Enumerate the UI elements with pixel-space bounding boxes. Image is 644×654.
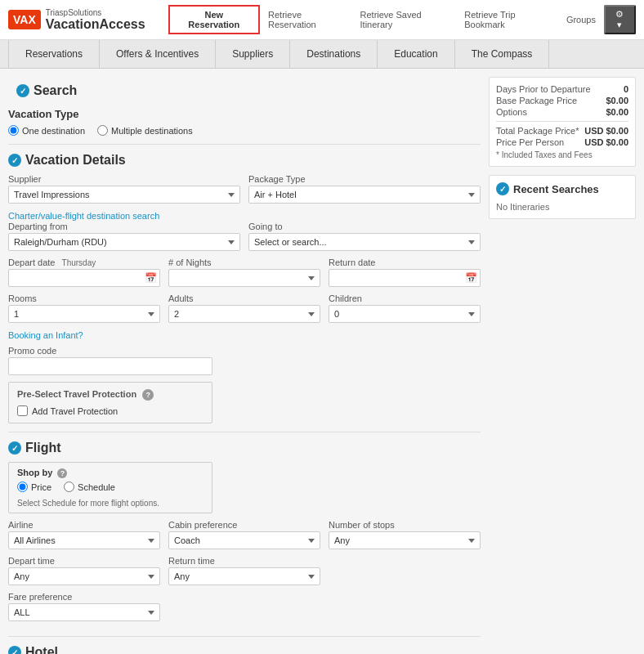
travel-protection-checkbox-input[interactable] xyxy=(17,405,28,416)
add-travel-protection-checkbox[interactable]: Add Travel Protection xyxy=(17,405,203,416)
airline-col: Airline All Airlines xyxy=(8,520,160,556)
supplier-group: Supplier Travel Impressions xyxy=(8,174,240,204)
one-destination-input[interactable] xyxy=(8,125,19,136)
booking-infant-link[interactable]: Booking an Infant? xyxy=(8,330,83,340)
total-label: Total Package Price* xyxy=(496,126,579,136)
children-select[interactable]: 0 xyxy=(329,305,481,323)
cabin-select[interactable]: Coach xyxy=(168,531,320,549)
days-prior-row: Days Prior to Departure 0 xyxy=(496,84,628,94)
nav-compass[interactable]: The Compass xyxy=(455,40,550,68)
vacation-details-title: ✓ Vacation Details xyxy=(8,153,481,168)
fare-pref-label: Fare preference xyxy=(8,592,160,602)
days-prior-value: 0 xyxy=(624,84,628,94)
travel-protection-box: Pre-Select Travel Protection ? Add Trave… xyxy=(8,382,212,423)
travel-protection-title: Pre-Select Travel Protection ? xyxy=(17,389,203,401)
stops-label: Number of stops xyxy=(329,520,481,530)
multiple-destinations-input[interactable] xyxy=(97,125,108,136)
fare-pref-select[interactable]: ALL xyxy=(8,603,160,621)
base-price-label: Base Package Price xyxy=(496,96,577,105)
retrieve-reservation-link[interactable]: Retrieve Reservation xyxy=(268,10,351,29)
children-group: Children 0 xyxy=(329,293,481,323)
price-radio-input[interactable] xyxy=(17,482,28,492)
airline-group: Airline All Airlines xyxy=(8,520,160,549)
total-value: USD $0.00 xyxy=(584,126,628,136)
adults-group: Adults 2 xyxy=(168,293,320,323)
nav-reservations[interactable]: Reservations xyxy=(8,40,100,68)
shop-by-box: Shop by ? Price Schedule Select Schedule… xyxy=(8,462,212,513)
divider-1 xyxy=(8,144,481,145)
nav-offers[interactable]: Offers & Incentives xyxy=(100,40,216,68)
retrieve-trip-bookmark-link[interactable]: Retrieve Trip Bookmark xyxy=(464,10,558,29)
thursday-badge: Thursday xyxy=(62,258,96,267)
vacation-type-group: One destination Multiple destinations xyxy=(8,125,481,136)
supplier-select[interactable]: Travel Impressions xyxy=(8,186,240,204)
nights-col: # of Nights xyxy=(168,258,320,293)
depart-date-input[interactable]: 22NOV18 xyxy=(8,269,160,287)
departing-from-group: Departing from Raleigh/Durham (RDU) xyxy=(8,222,240,251)
departing-from-label: Departing from xyxy=(8,222,240,231)
recent-searches-title: ✓ Recent Searches xyxy=(496,182,628,195)
nav-suppliers[interactable]: Suppliers xyxy=(216,40,290,68)
schedule-radio-input[interactable] xyxy=(64,482,74,492)
options-label: Options xyxy=(496,107,527,117)
package-type-group: Package Type Air + Hotel xyxy=(248,174,481,204)
charter-link[interactable]: Charter/value-flight destination search xyxy=(8,211,159,221)
base-price-row: Base Package Price $0.00 xyxy=(496,96,628,105)
depart-time-label: Depart time xyxy=(8,556,160,566)
stops-select[interactable]: Any xyxy=(329,531,481,549)
schedule-radio-label[interactable]: Schedule xyxy=(64,482,115,492)
nav-education[interactable]: Education xyxy=(378,40,454,68)
divider-3 xyxy=(8,636,481,637)
depart-time-select[interactable]: Any xyxy=(8,567,160,585)
package-type-col: Package Type Air + Hotel xyxy=(248,174,481,222)
return-time-select[interactable]: Any xyxy=(168,567,320,585)
flight-title: ✓ Flight xyxy=(8,441,481,455)
no-itineraries-text: No Itineraries xyxy=(496,202,628,212)
vacation-type-title: Vacation Type xyxy=(8,108,481,120)
vax-logo: VAX xyxy=(8,10,41,29)
hotel-title: ✓ Hotel xyxy=(8,645,481,654)
return-time-group: Return time Any xyxy=(168,556,320,585)
rooms-select[interactable]: 1 xyxy=(8,305,160,323)
total-row: Total Package Price* USD $0.00 xyxy=(496,126,628,136)
one-destination-radio[interactable]: One destination xyxy=(8,125,85,136)
package-type-select[interactable]: Air + Hotel xyxy=(248,186,481,204)
going-to-group: Going to Select or search... xyxy=(248,222,481,251)
adults-select[interactable]: 2 xyxy=(168,305,320,323)
multiple-destinations-radio[interactable]: Multiple destinations xyxy=(97,125,193,136)
going-to-label: Going to xyxy=(248,222,481,231)
groups-link[interactable]: Groups xyxy=(566,15,596,25)
nights-label: # of Nights xyxy=(168,258,320,267)
departing-from-select[interactable]: Raleigh/Durham (RDU) xyxy=(8,233,240,251)
going-to-select[interactable]: Select or search... xyxy=(248,233,481,251)
return-calendar-icon[interactable]: 📅 xyxy=(465,272,477,284)
stops-col: Number of stops Any xyxy=(329,520,481,556)
recent-searches-box: ✓ Recent Searches No Itineraries xyxy=(489,175,636,219)
shop-by-note: Select Schedule for more flight options. xyxy=(17,499,203,508)
promo-code-input[interactable] xyxy=(8,357,212,375)
price-radio-label[interactable]: Price xyxy=(17,482,51,492)
stops-group: Number of stops Any xyxy=(329,520,481,549)
retrieve-saved-itinerary-link[interactable]: Retrieve Saved Itinerary xyxy=(360,10,457,29)
departing-col: Departing from Raleigh/Durham (RDU) xyxy=(8,222,240,258)
package-type-label: Package Type xyxy=(248,174,481,184)
per-person-label: Price Per Person xyxy=(496,137,564,147)
airline-label: Airline xyxy=(8,520,160,530)
return-date-input[interactable] xyxy=(329,269,481,287)
nav-destinations[interactable]: Destinations xyxy=(290,40,378,68)
app-title: VacationAccess xyxy=(46,17,145,32)
settings-button[interactable]: ⚙ ▾ xyxy=(604,5,636,34)
depart-calendar-icon[interactable]: 📅 xyxy=(145,272,157,284)
going-to-col: Going to Select or search... xyxy=(248,222,481,258)
depart-date-wrapper: 22NOV18 📅 xyxy=(8,269,160,287)
main-nav: Reservations Offers & Incentives Supplie… xyxy=(0,40,644,69)
supplier-col: Supplier Travel Impressions Charter/valu… xyxy=(8,174,240,222)
children-label: Children xyxy=(329,293,481,303)
return-date-wrapper: 📅 xyxy=(329,269,481,287)
new-reservation-button[interactable]: New Reservation xyxy=(168,5,260,34)
options-value: $0.00 xyxy=(606,107,628,117)
nights-select[interactable] xyxy=(168,269,320,287)
page-title: ✓ Search xyxy=(16,83,472,98)
travel-protection-info-icon: ? xyxy=(142,389,154,401)
airline-select[interactable]: All Airlines xyxy=(8,531,160,549)
